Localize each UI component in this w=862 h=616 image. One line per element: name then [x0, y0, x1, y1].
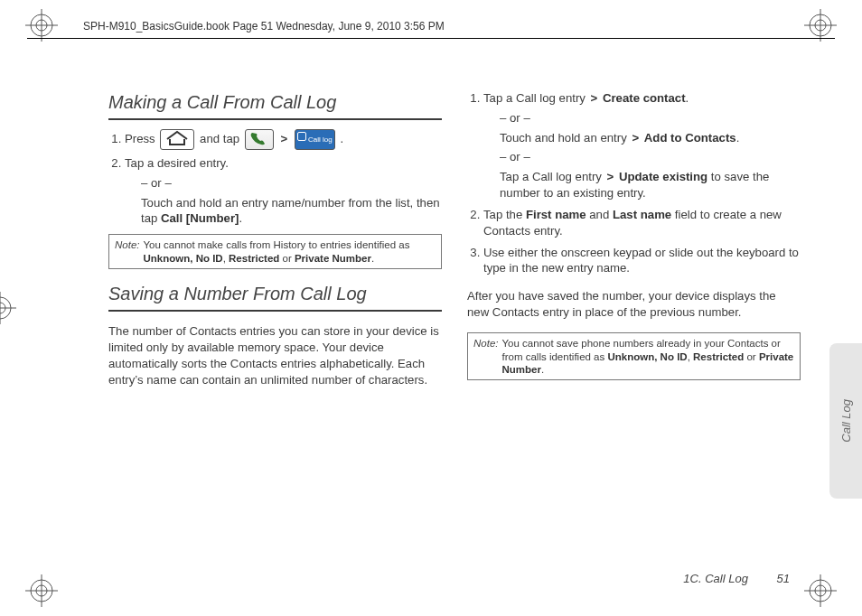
txt: . — [239, 211, 242, 225]
step2-or-body: Touch and hold an entry name/number from… — [141, 195, 442, 228]
txt: Tap the — [483, 208, 526, 221]
bold-last-name: Last name — [613, 208, 671, 221]
thumb-tab-call-log: Call Log — [829, 343, 862, 499]
step-3: Use either the onscreen keypad or slide … — [483, 245, 801, 277]
gt: > — [607, 170, 614, 183]
bold: Private Number — [295, 253, 371, 264]
document-stamp: SPH-M910_BasicsGuide.book Page 51 Wednes… — [83, 20, 445, 33]
heading-making-call: Making a Call From Call Log — [108, 90, 442, 115]
bold: Restricted — [693, 351, 744, 362]
call-log-icon: Call log — [295, 129, 335, 150]
txt: . — [736, 131, 740, 145]
paragraph-saving: The number of Contacts entries you can s… — [108, 323, 442, 387]
page-footer: 1C. Call Log 51 — [683, 572, 790, 585]
heading-rule — [108, 118, 442, 120]
txt: Touch and hold an entry — [500, 131, 630, 145]
registration-mark-icon — [0, 292, 16, 324]
registration-mark-icon — [25, 9, 58, 42]
header-rule — [27, 38, 835, 39]
footer-section: 1C. Call Log — [683, 572, 748, 585]
gt: > — [591, 91, 598, 105]
column-right: Tap a Call log entry > Create contact. –… — [467, 90, 801, 400]
note-body: You cannot make calls from History to en… — [144, 238, 436, 265]
note-body: You cannot save phone numbers already in… — [502, 337, 795, 376]
bold-add-to-contacts: Add to Contacts — [644, 131, 736, 145]
step-2: Tap the First name and Last name field t… — [483, 207, 801, 239]
chevron-separator: > — [280, 132, 287, 145]
note-box-history: Note: You cannot make calls from History… — [108, 234, 442, 269]
thumb-tab-label: Call Log — [839, 399, 853, 443]
home-icon — [160, 129, 194, 150]
bold: Unknown, No ID — [144, 253, 223, 264]
txt: . — [541, 364, 544, 375]
heading-saving-number: Saving a Number From Call Log — [108, 282, 442, 306]
call-log-icon-label: Call log — [308, 135, 333, 144]
txt: and — [586, 208, 613, 221]
phone-icon — [245, 129, 274, 150]
bold-create-contact: Create contact — [603, 91, 686, 105]
step-1: Tap a Call log entry > Create contact. –… — [483, 90, 801, 201]
heading-rule — [108, 310, 442, 312]
note-label: Note: — [115, 238, 140, 265]
bold-update-existing: Update existing — [619, 170, 707, 183]
note-label: Note: — [473, 337, 499, 376]
bold-first-name: First name — [526, 208, 586, 221]
registration-mark-icon — [804, 574, 837, 607]
steps-making-call: Press and tap > Call log . Tap a desired… — [108, 129, 442, 227]
bold-call-number: Call [Number] — [161, 211, 239, 225]
txt: . — [371, 253, 374, 264]
txt: or — [744, 351, 759, 362]
step2-text: Tap a desired entry. — [125, 156, 229, 170]
txt: You cannot make calls from History to en… — [144, 239, 410, 250]
txt: Tap a Call log entry — [483, 91, 589, 105]
step2-or: – or – — [141, 175, 442, 191]
gt: > — [632, 131, 639, 145]
txt: Tap a Call log entry — [500, 170, 605, 183]
bold: Unknown, No ID — [607, 351, 687, 362]
registration-mark-icon — [25, 574, 58, 607]
step-1: Press and tap > Call log . — [125, 129, 442, 150]
note-box-save: Note: You cannot save phone numbers alre… — [467, 332, 801, 380]
step1-dot: . — [340, 132, 343, 145]
after-paragraph: After you have saved the number, your de… — [467, 288, 801, 321]
registration-mark-icon — [804, 9, 837, 42]
or1: – or – — [500, 110, 801, 126]
step-2: Tap a desired entry. – or – Touch and ho… — [125, 155, 442, 227]
txt: or — [279, 253, 295, 264]
step1-text-b: and tap — [200, 132, 243, 145]
footer-page-number: 51 — [777, 572, 790, 585]
bold: Restricted — [229, 253, 279, 264]
steps-saving: Tap a Call log entry > Create contact. –… — [467, 90, 801, 276]
step1-text-a: Press — [125, 132, 158, 145]
page-body: Making a Call From Call Log Press and ta… — [108, 90, 801, 596]
or2: – or – — [500, 149, 801, 165]
alt1: Touch and hold an entry > Add to Contact… — [500, 130, 801, 146]
txt: . — [686, 91, 689, 105]
column-left: Making a Call From Call Log Press and ta… — [108, 90, 442, 400]
alt2: Tap a Call log entry > Update existing t… — [500, 169, 801, 201]
